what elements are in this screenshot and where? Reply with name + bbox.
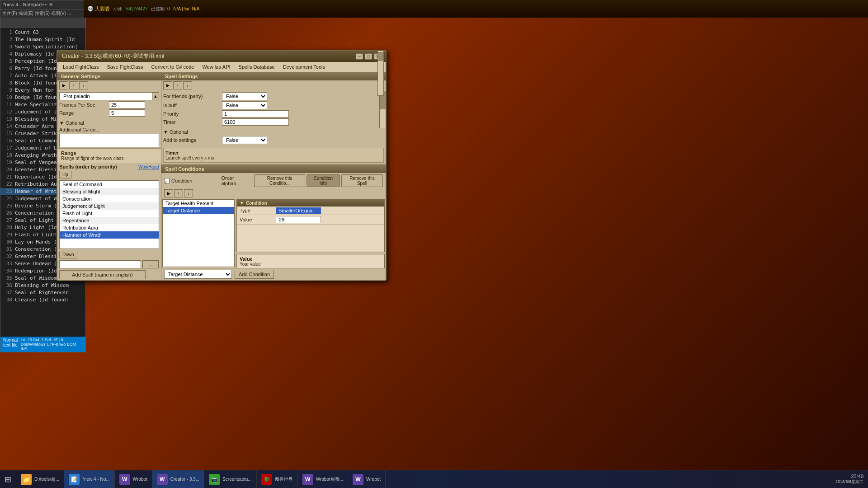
notepad-line: 38Cleanse (Id found: — [0, 296, 85, 304]
spell-browse-button[interactable]: ... — [142, 260, 159, 268]
value-desc: Your value — [240, 262, 382, 267]
range-info: Range Range of fight of the wow class — [57, 148, 161, 163]
menu-development-tools[interactable]: Development Tools — [279, 63, 329, 71]
cond-icon-2[interactable]: ↑ — [174, 189, 183, 197]
notepad-statusbar: Normal text file Ln: 23 Col: 1 Sel: 15 |… — [0, 337, 85, 352]
timer-input[interactable] — [222, 118, 289, 126]
list-item[interactable]: Retribution Aura — [60, 224, 159, 231]
dialog-maximize-button[interactable]: □ — [365, 53, 372, 60]
menu-save-fightclass[interactable]: Save FightClass — [104, 63, 147, 71]
additional-label: Additional C# co... — [59, 127, 99, 132]
remove-spell-button[interactable]: Remove this Spell — [341, 174, 383, 187]
menu-load-fightclass[interactable]: Load FightClass — [59, 63, 103, 71]
is-buff-dropdown[interactable]: False — [222, 101, 267, 109]
general-icon-btn-3[interactable]: ↓ — [79, 81, 88, 89]
dialog-minimize-button[interactable]: ─ — [356, 53, 363, 60]
for-friends-dropdown[interactable]: False — [222, 92, 267, 100]
condition-type-dropdown[interactable]: Target Distance — [164, 270, 232, 279]
statusbar-left: Normal text file — [3, 338, 21, 351]
fight-class-row: Prot paladin ▲ — [59, 92, 159, 100]
right-panel: Spell Settings ▶ ↑ ↓ For friends (party)… — [161, 72, 386, 280]
list-item[interactable]: Flash of Light — [60, 210, 159, 217]
add-to-settings-label: Add to settings — [163, 137, 222, 143]
remove-condition-button[interactable]: Remove this Conditio... — [254, 174, 305, 187]
cond-icon-3[interactable]: ↓ — [184, 189, 193, 197]
taskbar-wrobot-2[interactable]: W Wrobot — [348, 470, 386, 488]
taskbar-start-button[interactable]: ⊞ — [0, 470, 16, 488]
general-icon-btn-1[interactable]: ▶ — [59, 81, 68, 89]
range-input[interactable] — [109, 109, 145, 117]
taskbar-wow[interactable]: 🐉 魔兽世界 — [257, 470, 298, 488]
condition-table: ▼ Condition Type SmallerOrEqual Value 29 — [236, 199, 385, 252]
wowhead-link[interactable]: WowHead — [138, 164, 159, 169]
list-item[interactable]: Target Health Percent — [163, 200, 234, 207]
taskbar-file-explorer[interactable]: 📁 D:\tools\超... — [16, 470, 64, 488]
add-spell-button[interactable]: Add Spell (name in english) — [59, 270, 146, 279]
spell-up-button[interactable]: Up — [59, 171, 71, 178]
list-item[interactable]: Judgement of Light — [60, 202, 159, 210]
spell-settings-scrollbar[interactable] — [379, 90, 386, 128]
spell-settings-toolbar: ▶ ↑ ↓ — [161, 80, 386, 90]
cond-value-val[interactable]: 29 — [276, 216, 321, 223]
cond-section-header: ▼ Condition — [237, 200, 384, 206]
list-item[interactable]: Consecration — [60, 195, 159, 202]
spells-list[interactable]: Seal of CommandBlessing of MightConsecra… — [59, 180, 159, 249]
wow-icon: 🐉 — [261, 474, 272, 485]
list-item[interactable]: Target Distance — [163, 207, 234, 214]
spell-settings-scroll: For friends (party) False Is buff False … — [161, 90, 386, 128]
fight-class-name-dropdown[interactable]: Prot paladin — [59, 92, 159, 100]
spell-settings-icon-2[interactable]: ↑ — [173, 81, 182, 89]
taskbar-wow-label: 魔兽世界 — [275, 476, 293, 483]
timer-info-section: Timer Launch spell every x ms — [163, 148, 384, 163]
add-to-settings-dropdown[interactable]: False — [222, 136, 267, 144]
additional-input-area[interactable] — [59, 134, 159, 147]
general-toolbar: ▶ ↑ ↓ — [57, 80, 161, 90]
spell-search-input[interactable] — [59, 260, 141, 268]
notepad-close[interactable]: ✕ — [49, 2, 53, 7]
spell-settings-icon-1[interactable]: ▶ — [163, 81, 172, 89]
conditions-list[interactable]: Target Health PercentTarget Distance — [162, 199, 235, 267]
list-item[interactable]: Seal of Command — [60, 181, 159, 188]
condition-sort-toolbar: ▶ ↑ ↓ — [161, 188, 386, 198]
taskbar-wrobot-1[interactable]: W Wrobot — [115, 470, 152, 488]
priority-input[interactable] — [222, 110, 289, 117]
condition-checkbox[interactable] — [164, 178, 170, 183]
file-explorer-icon: 📁 — [21, 474, 32, 485]
optional-toggle[interactable]: ▼ Optional — [59, 120, 159, 126]
clock-date: 2018/5/8星期二 — [835, 479, 863, 485]
statusbar-right: Ln: 23 Col: 1 Sel: 15 | 0 Dos\Windows UT… — [21, 338, 83, 351]
menu-wow-lua-api[interactable]: Wow lua API — [198, 63, 234, 71]
spell-optional-toggle[interactable]: ▼ Optional — [163, 129, 384, 135]
taskbar-notepad-label: *new 4 - No... — [82, 477, 110, 482]
taskbar-wrobot-free[interactable]: W Wrobot免费... — [298, 470, 348, 488]
notepad-line: 36Blessing of Wisdom — [0, 282, 85, 289]
list-item[interactable]: Hammer of Wrath — [60, 231, 159, 239]
cond-icon-1[interactable]: ▶ — [164, 189, 173, 197]
value-title: Value — [240, 256, 382, 262]
frames-per-sec-label: Frames Per Sec — [59, 102, 109, 108]
is-buff-row: Is buff False — [163, 101, 384, 109]
general-icon-btn-2[interactable]: ↑ — [69, 81, 78, 89]
taskbar-screencapture[interactable]: 📷 Screencaptu... — [204, 470, 256, 488]
taskbar-notepad[interactable]: 📝 *new 4 - No... — [64, 470, 115, 488]
dialog-titlebar: Creator - 3.3.5惩戒骑(60-70)-测试专用.xml ─ □ ✕ — [57, 51, 386, 62]
taskbar-creator[interactable]: W Creator - 3.3... — [152, 470, 204, 488]
condition-action-buttons: Remove this Conditio... Condition info R… — [254, 174, 383, 187]
list-item[interactable]: Blessing of Might — [60, 188, 159, 195]
condition-info-button[interactable]: Condition info — [307, 174, 340, 187]
screencapture-icon: 📷 — [209, 474, 220, 485]
spell-optional-arrow: ▼ — [163, 129, 168, 135]
optional-arrow: ▼ — [59, 120, 64, 126]
menu-spells-database[interactable]: Spells Database — [235, 63, 278, 71]
timer-info-title: Timer — [165, 150, 382, 155]
add-condition-button[interactable]: Add Condition — [235, 270, 274, 279]
spell-settings-icon-3[interactable]: ↓ — [183, 81, 192, 89]
fight-class-name-scroll-btn[interactable]: ▲ — [152, 92, 159, 100]
notepad-icon: 📝 — [69, 474, 80, 485]
spell-down-button[interactable]: Down — [59, 251, 77, 258]
list-item[interactable]: Repentance — [60, 217, 159, 224]
frames-per-sec-input[interactable] — [109, 101, 145, 108]
menu-convert-csharp[interactable]: Convert to C# code — [148, 63, 198, 71]
taskbar-clock: 23:40 2018/5/8星期二 — [831, 472, 868, 487]
taskbar-wrobot-1-label: Wrobot — [133, 477, 147, 482]
